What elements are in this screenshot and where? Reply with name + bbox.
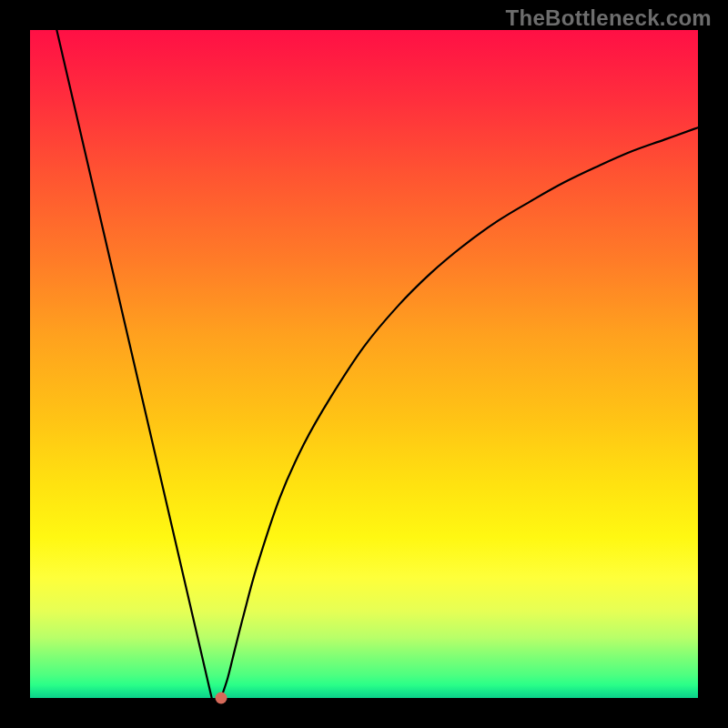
watermark-text: TheBottleneck.com xyxy=(506,5,712,31)
curve-minimum-marker xyxy=(215,693,227,704)
chart-curve-layer xyxy=(30,30,698,698)
curve-left-branch xyxy=(56,30,211,698)
chart-container: TheBottleneck.com xyxy=(0,0,728,728)
curve-right-branch xyxy=(221,127,698,698)
